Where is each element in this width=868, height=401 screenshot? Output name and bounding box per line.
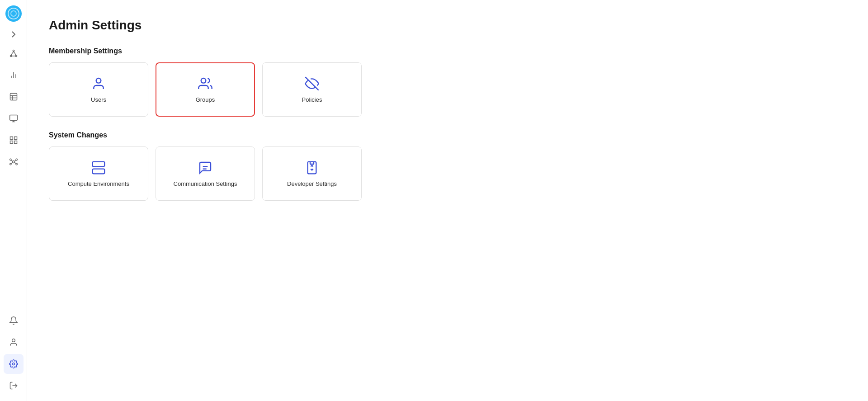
svg-rect-44: [310, 161, 314, 164]
svg-line-31: [14, 162, 16, 164]
svg-rect-16: [9, 115, 17, 121]
svg-point-36: [201, 78, 206, 83]
sidebar-nav-bottom: [4, 311, 24, 396]
sidebar: [0, 0, 27, 401]
svg-point-27: [16, 163, 17, 165]
settings-card-policies[interactable]: Policies: [262, 62, 362, 117]
sidebar-item-user[interactable]: [4, 332, 24, 352]
svg-line-30: [11, 162, 13, 164]
settings-card-groups[interactable]: Groups: [156, 62, 255, 117]
svg-point-25: [16, 159, 17, 160]
svg-rect-20: [14, 137, 17, 140]
svg-point-35: [96, 78, 101, 83]
membership-settings-section: Membership Settings Users Groups: [49, 47, 846, 117]
sidebar-item-network[interactable]: [4, 43, 24, 63]
svg-rect-19: [10, 137, 13, 140]
svg-rect-12: [10, 94, 17, 100]
svg-point-32: [12, 339, 15, 342]
svg-rect-21: [10, 141, 13, 144]
policies-card-label: Policies: [302, 96, 322, 103]
sidebar-item-grid[interactable]: [4, 130, 24, 150]
user-single-icon: [91, 76, 106, 91]
groups-card-label: Groups: [196, 96, 215, 103]
system-changes-section: System Changes Compute Environments: [49, 131, 846, 201]
sidebar-toggle[interactable]: [8, 29, 19, 40]
svg-rect-22: [14, 141, 17, 144]
svg-line-29: [14, 160, 16, 161]
app-logo[interactable]: [5, 5, 22, 22]
svg-line-7: [14, 52, 16, 55]
svg-point-23: [12, 161, 14, 163]
svg-line-6: [11, 52, 14, 55]
code-clipboard-icon: [305, 160, 319, 175]
sidebar-item-nodes[interactable]: [4, 152, 24, 172]
communication-settings-card-label: Communication Settings: [174, 180, 237, 187]
main-content: Admin Settings Membership Settings Users: [27, 0, 868, 401]
eye-off-icon: [305, 76, 319, 91]
sidebar-item-notifications[interactable]: [4, 311, 24, 330]
page-title: Admin Settings: [49, 18, 846, 33]
sidebar-item-settings[interactable]: [4, 354, 24, 374]
sidebar-item-logout[interactable]: [4, 376, 24, 396]
sidebar-item-metrics[interactable]: [4, 65, 24, 85]
system-changes-title: System Changes: [49, 131, 846, 139]
system-changes-grid: Compute Environments Communication Setti…: [49, 146, 846, 201]
developer-settings-card-label: Developer Settings: [287, 180, 337, 187]
settings-card-users[interactable]: Users: [49, 62, 148, 117]
svg-rect-38: [93, 161, 105, 166]
membership-settings-title: Membership Settings: [49, 47, 846, 55]
server-icon: [91, 160, 106, 175]
message-icon: [198, 160, 212, 175]
settings-card-communication-settings[interactable]: Communication Settings: [156, 146, 255, 201]
membership-settings-grid: Users Groups Policies: [49, 62, 846, 117]
user-group-icon: [198, 76, 212, 91]
sidebar-item-monitor[interactable]: [4, 109, 24, 128]
sidebar-item-table[interactable]: [4, 87, 24, 107]
svg-point-24: [9, 159, 11, 160]
svg-rect-39: [93, 169, 105, 174]
compute-environments-card-label: Compute Environments: [68, 180, 129, 187]
sidebar-nav-top: [4, 43, 24, 311]
users-card-label: Users: [91, 96, 106, 103]
svg-point-3: [13, 50, 14, 52]
settings-card-developer-settings[interactable]: Developer Settings: [262, 146, 362, 201]
svg-point-26: [9, 163, 11, 165]
svg-line-28: [11, 160, 13, 161]
settings-card-compute-environments[interactable]: Compute Environments: [49, 146, 148, 201]
svg-point-33: [12, 363, 14, 365]
